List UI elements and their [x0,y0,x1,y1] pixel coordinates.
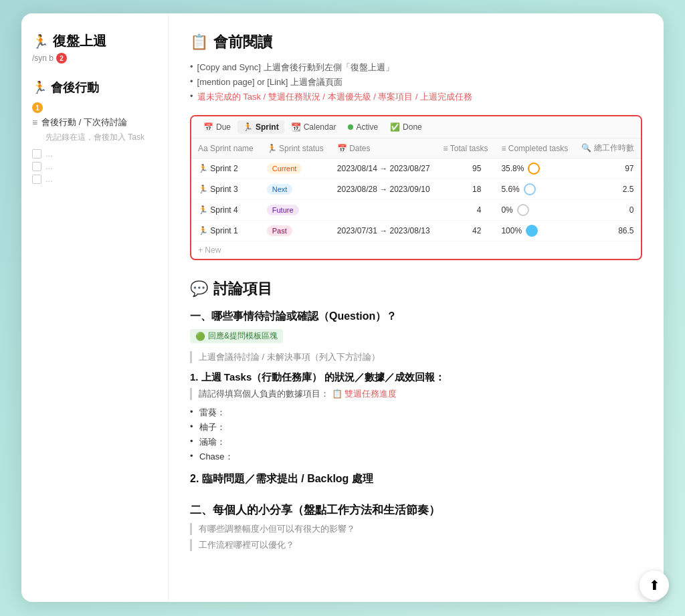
sidebar-title: 🏃 復盤上週 [32,32,157,50]
main-content: 📋 會前閱讀 [Copy and Sync] 上週會後行動到左側「復盤上週」 [… [169,13,664,602]
checkbox-row-2: ... [32,160,157,173]
cell-status-3: Future [260,200,330,221]
sidebar-badge1: 2 [56,53,67,64]
sprint-row-icon: 🏃 [198,164,208,173]
pre-meeting-title: 📋 會前閱讀 [190,32,642,52]
tab-due-label: Due [216,122,231,132]
tab-calendar-label: Calendar [304,122,336,132]
tab-due[interactable]: 📅 Due [198,120,236,134]
q2-subquote: 請記得填寫個人負責的數據項目： 📋 雙週任務進度 [190,388,642,400]
tag-icon: 🟢 [195,332,205,341]
status-badge-1: Current [267,163,302,174]
progress-circle-3 [517,204,529,216]
th-hours: 🔍 總工作時數 [575,138,640,159]
badge-orange: 1 [32,102,43,113]
cell-total-4: 42 [437,221,495,241]
fab-button[interactable]: ⬆ [640,571,669,600]
sub-quote-icon: 📋 [332,389,342,399]
aa-icon: Aa [198,144,208,153]
pre-meeting-section: 📋 會前閱讀 [Copy and Sync] 上週會後行動到左側「復盤上週」 [… [190,32,642,104]
active-dot [348,124,353,130]
q4-heading: 二、每個人的小分享（盤點工作方法和生活節奏） [190,502,642,518]
cell-status-1: Current [260,159,330,179]
bullet-lei: 雷葵： [190,405,642,420]
cell-dates-3 [330,200,437,221]
th-task: ↗ Task [641,138,643,159]
tab-sprint[interactable]: 🏃 Sprint [237,120,284,134]
q3-heading: 2. 臨時問題／需求提出 / Backlog 處理 [190,472,642,486]
cell-total-2: 18 [437,179,495,200]
cell-status-4: Past [260,221,330,241]
checkbox-2[interactable] [32,162,41,171]
sprint-row-icon-2: 🏃 [198,185,208,194]
new-row[interactable]: + New [191,241,642,260]
cell-total-3: 4 [437,200,495,221]
cell-hours-4: 86.5 [575,221,640,241]
cell-task-1: 📋 試射 週注 [641,159,643,179]
sidebar-section2-text: 會後行動 [51,80,99,96]
bullet-hanyu: 涵瑜： [190,435,642,449]
q2-heading: 1. 上週 Tasks（行動任務庫） 的狀況／數據／成效回報： [190,371,642,384]
cell-hours-1: 97 [575,159,640,179]
q1-quote: 上週會議待討論 / 未解決事項（列入下方討論） [190,351,642,363]
sprint-icon: 🏃 [243,122,253,132]
status-badge-2: Next [267,184,293,195]
pct-1: 35.8% [501,164,524,173]
th-total: ≡ Total tasks [437,138,495,159]
status-badge-3: Future [267,205,299,215]
sidebar-item-after-action[interactable]: ≡ 會後行動 / 下次待討論 [32,114,157,130]
cell-hours-2: 2.5 [575,179,640,200]
checkbox-3[interactable] [32,175,41,184]
table-row: 🏃 Sprint 1 Past 2023/07/31 → 2023/08/13 … [191,221,642,241]
discussion-section: 💬 討論項目 一、哪些事情待討論或確認（Question）？ 🟢 回應&提問模板… [190,279,642,551]
sprint-th-icon: 🏃 [267,144,277,153]
cell-status-2: Next [260,179,330,200]
sidebar-subtitle: /syn b 2 [32,53,157,64]
cell-completed-4: 100% [494,221,575,241]
table-row: 🏃 Sprint 2 Current 2023/08/14 → 2023/08/… [191,159,642,179]
tab-done-label: Done [403,122,422,132]
progress-circle-4 [526,225,538,237]
tab-done[interactable]: ✅ Done [385,120,427,134]
cell-total-1: 95 [437,159,495,179]
pct-4: 100% [501,226,522,235]
new-row-label[interactable]: + New [191,241,642,260]
cell-hours-3: 0 [575,200,640,221]
checkbox-1[interactable] [32,149,41,159]
sidebar-item-label: 會後行動 / 下次待討論 [41,116,127,128]
sidebar: 🏃 復盤上週 /syn b 2 🏃 會後行動 1 ≡ 會後行動 / 下次待討論 … [21,13,169,602]
pre-meeting-bullets: [Copy and Sync] 上週會後行動到左側「復盤上週」 [mention… [190,60,642,104]
sprint-row-icon-4: 🏃 [198,226,208,235]
cell-completed-2: 5.6% [494,179,575,200]
tab-calendar[interactable]: 📆 Calendar [286,120,342,134]
sprint-table: Aa Sprint name 🏃 Sprint status 📅 Dates [191,138,642,259]
table-row: 🏃 Sprint 3 Next 2023/08/28 → 2023/09/10 … [191,179,642,200]
cell-dates-2: 2023/08/28 → 2023/09/10 [330,179,437,200]
bullet-3-text[interactable]: 還未完成的 Task / 雙週任務狀況 / 本週優先級 / 專案項目 / 上週完… [197,91,473,103]
cell-name-3: 🏃 Sprint 4 [191,200,260,221]
status-badge-4: Past [267,225,292,236]
sprint-table-body: 🏃 Sprint 2 Current 2023/08/14 → 2023/08/… [191,159,642,260]
th-name: Aa Sprint name [191,138,260,159]
cell-completed-1: 35.8% [494,159,575,179]
calendar-icon: 📆 [291,122,301,132]
bullet-1: [Copy and Sync] 上週會後行動到左側「復盤上週」 [190,60,642,75]
progress-circle-1 [528,163,540,175]
tab-active-label: Active [356,122,378,132]
sub-quote-text: 請記得填寫個人負責的數據項目： [199,389,329,399]
checkbox-label-3: ... [45,174,53,184]
table-row: 🏃 Sprint 4 Future 4 0% [191,200,642,221]
cell-task-3: 📋 主持 1月 [641,200,643,221]
cell-task-2: 📋 銷售 直匯 [641,179,643,200]
tag-text: 回應&提問模板區塊 [208,330,278,342]
cell-task-4: 📋 訓練 季日 [641,221,643,241]
tab-sprint-label: Sprint [256,122,279,132]
cell-name-4: 🏃 Sprint 1 [191,221,260,241]
sidebar-section2-title: 🏃 會後行動 [32,80,157,96]
bullet-2: [mention page] or [Link] 上週會議頁面 [190,75,642,90]
q4-quote1: 有哪些調整幅度小但可以有很大的影響？ [190,523,642,535]
cell-name-2: 🏃 Sprint 3 [191,179,260,200]
tab-active[interactable]: Active [342,120,383,134]
bullet-youzi: 柚子： [190,420,642,435]
done-icon: ✅ [390,122,400,132]
